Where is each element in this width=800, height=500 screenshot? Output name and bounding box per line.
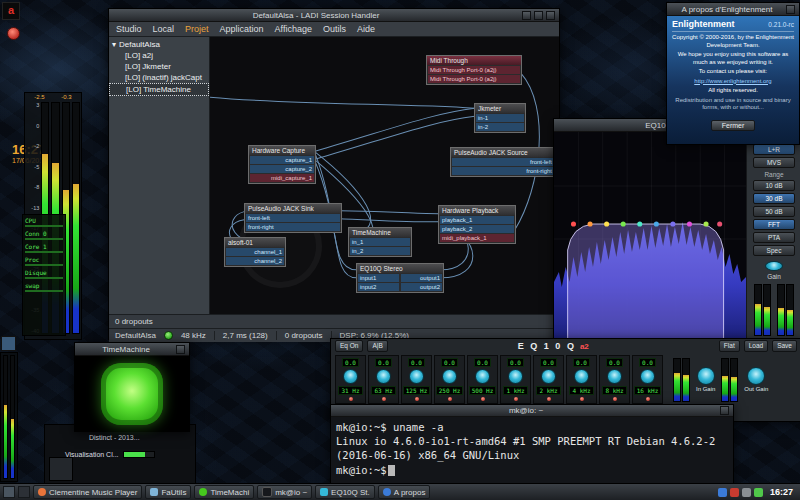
about-titlebar[interactable]: A propos d'Enlightenment	[667, 3, 799, 16]
tree-item[interactable]: [LO] TimeMachine	[109, 83, 209, 96]
progress-bar[interactable]	[123, 451, 155, 458]
menu-item[interactable]: Aide	[357, 24, 375, 34]
mode-lr-button[interactable]: L+R	[753, 144, 795, 155]
audio-port[interactable]: capture_1	[250, 156, 314, 164]
menu-item[interactable]: Application	[220, 24, 264, 34]
audio-port[interactable]: input1	[358, 274, 399, 282]
audio-port[interactable]: output2	[401, 283, 442, 291]
band-knob[interactable]	[376, 369, 391, 384]
close-icon[interactable]	[546, 11, 555, 20]
audio-port[interactable]: playback_2	[440, 225, 514, 233]
eq-band[interactable]: 0.0 16 kHz	[632, 355, 663, 404]
tray-volume-icon[interactable]	[742, 488, 751, 497]
gain-knob[interactable]	[765, 261, 783, 271]
midi-port[interactable]: midi_capture_1	[250, 174, 314, 182]
eq-band[interactable]: 0.0 250 Hz	[434, 355, 465, 404]
menu-item[interactable]: Local	[153, 24, 175, 34]
enlightenment-link[interactable]: http://www.enlightenment.org	[694, 78, 771, 84]
band-led[interactable]	[382, 397, 386, 401]
band-led[interactable]	[514, 397, 518, 401]
midi-port[interactable]: Midi Through Port-0 (a2j)	[428, 66, 520, 74]
pager-desktop-2[interactable]	[18, 486, 30, 498]
band-led[interactable]	[580, 397, 584, 401]
band-led[interactable]	[448, 397, 452, 401]
flat-button[interactable]: Flat	[719, 340, 740, 352]
close-icon[interactable]	[720, 406, 729, 415]
eq-on-button[interactable]: Eq On	[335, 340, 363, 352]
audio-port[interactable]: channel_2	[226, 257, 284, 265]
in-gain-knob[interactable]	[697, 367, 715, 385]
audio-port[interactable]: capture_2	[250, 165, 314, 173]
band-knob[interactable]	[640, 369, 655, 384]
timemachine-titlebar[interactable]: TimeMachine	[75, 343, 189, 356]
audio-port[interactable]: output1	[401, 274, 442, 282]
tray-network-icon[interactable]	[718, 488, 727, 497]
audio-port[interactable]: in-1	[476, 114, 524, 122]
taskbar-item[interactable]: mk@io ~	[257, 485, 312, 499]
fft-button[interactable]: FFT	[753, 219, 795, 230]
gadget-icon[interactable]	[1, 336, 16, 351]
tray-alert-icon[interactable]	[730, 488, 739, 497]
audio-port[interactable]: in_1	[350, 238, 410, 246]
save-button[interactable]: Save	[772, 340, 797, 352]
band-knob[interactable]	[409, 369, 424, 384]
band-knob[interactable]	[508, 369, 523, 384]
mode-mvs-button[interactable]: MVS	[753, 157, 795, 168]
pager-desktop-1[interactable]	[3, 486, 15, 498]
terminal-output[interactable]: mk@io:~$ uname -aLinux io 4.6.0-io1-rt-a…	[331, 417, 733, 488]
maximize-icon[interactable]	[534, 11, 543, 20]
tree-item[interactable]: [LO] (inactif) jackCapt	[109, 72, 209, 83]
eq-band[interactable]: 0.0 500 Hz	[467, 355, 498, 404]
node-timemachine[interactable]: TimeMachine in_1 in_2	[348, 227, 412, 257]
minimize-icon[interactable]	[522, 11, 531, 20]
tree-root[interactable]: ▾ DefaultAlsa	[109, 39, 209, 50]
eq-band[interactable]: 0.0 1 kHz	[500, 355, 531, 404]
band-led[interactable]	[547, 397, 551, 401]
audio-port[interactable]: front-left	[452, 158, 554, 166]
patchbay-canvas[interactable]: Midi Through Midi Through Port-0 (a2j) M…	[210, 37, 559, 314]
band-led[interactable]	[481, 397, 485, 401]
audio-port[interactable]: in_2	[350, 247, 410, 255]
tree-item[interactable]: [LO] a2j	[109, 50, 209, 61]
band-knob[interactable]	[475, 369, 490, 384]
spectrum-canvas[interactable]	[554, 132, 746, 346]
close-icon[interactable]	[786, 5, 795, 14]
close-icon[interactable]	[176, 345, 185, 354]
node-eq10q-stereo[interactable]: EQ10Q Stereo input1 input2 output1 outpu…	[356, 263, 444, 293]
tree-item[interactable]: [LO] Jkmeter	[109, 61, 209, 72]
audio-port[interactable]: input2	[358, 283, 399, 291]
midi-port[interactable]: Midi Through Port-0 (a2j)	[428, 75, 520, 83]
band-led[interactable]	[415, 397, 419, 401]
menu-item[interactable]: Affichage	[275, 24, 312, 34]
record-indicator[interactable]	[101, 363, 163, 425]
taskbar-item[interactable]: A propos	[378, 485, 431, 499]
taskbar-item[interactable]: TimeMachi	[194, 485, 254, 499]
band-knob[interactable]	[343, 369, 358, 384]
menu-item[interactable]: Projet	[185, 24, 209, 34]
pta-button[interactable]: PTA	[753, 232, 795, 243]
ladi-titlebar[interactable]: DefaultAlsa - LADI Session Handler	[109, 9, 559, 22]
range-30db-button[interactable]: 30 dB	[753, 193, 795, 204]
audio-port[interactable]: front-right	[246, 223, 340, 231]
band-led[interactable]	[646, 397, 650, 401]
tray-status-icon[interactable]	[754, 488, 763, 497]
eq-band[interactable]: 0.0 8 kHz	[599, 355, 630, 404]
menu-item[interactable]: Outils	[323, 24, 346, 34]
node-pulseaudio-jack-sink[interactable]: PulseAudio JACK Sink front-left front-ri…	[244, 203, 342, 233]
menu-item[interactable]: Studio	[116, 24, 142, 34]
midi-port[interactable]: midi_playback_1	[440, 234, 514, 242]
taskbar-item[interactable]: FaUtils	[145, 485, 191, 499]
audio-port[interactable]: front-right	[452, 167, 554, 175]
terminal-titlebar[interactable]: mk@io: ~	[331, 405, 733, 417]
audio-port[interactable]: playback_1	[440, 216, 514, 224]
node-jkmeter[interactable]: Jkmeter in-1 in-2	[474, 103, 526, 133]
eq-band[interactable]: 0.0 63 Hz	[368, 355, 399, 404]
band-knob[interactable]	[442, 369, 457, 384]
node-pulseaudio-jack-source[interactable]: PulseAudio JACK Source front-left front-…	[450, 147, 556, 177]
eq-band[interactable]: 0.0 125 Hz	[401, 355, 432, 404]
range-50db-button[interactable]: 50 dB	[753, 206, 795, 217]
out-gain-knob[interactable]	[747, 367, 765, 385]
band-knob[interactable]	[574, 369, 589, 384]
node-midi-through[interactable]: Midi Through Midi Through Port-0 (a2j) M…	[426, 55, 522, 85]
desktop-app-icon[interactable]: a	[2, 2, 20, 20]
